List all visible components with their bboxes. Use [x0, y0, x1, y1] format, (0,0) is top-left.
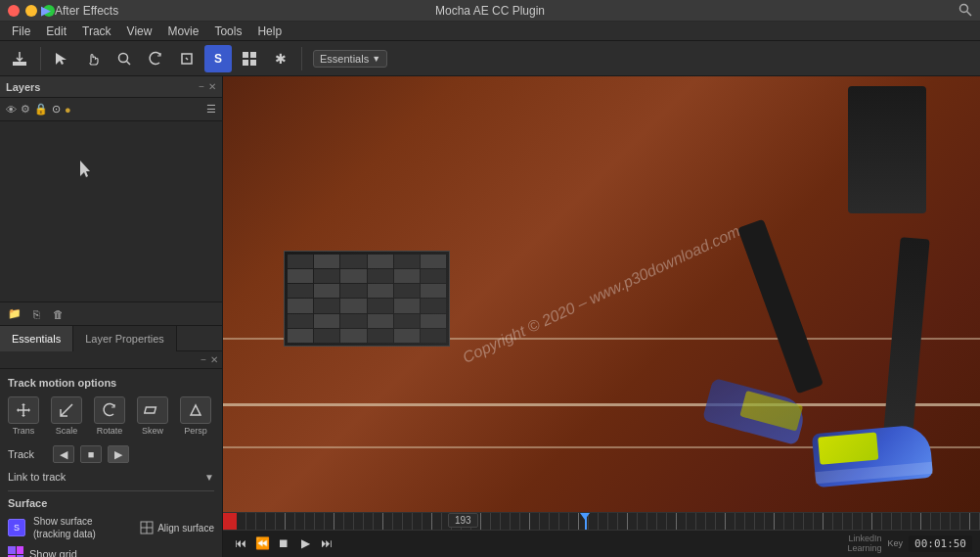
workspace-dropdown-icon: ▼: [372, 54, 380, 64]
lane-line-2: [223, 403, 980, 406]
trans-button[interactable]: [8, 396, 39, 424]
rotate-button[interactable]: [94, 396, 125, 424]
tab-layer-properties[interactable]: Layer Properties: [73, 326, 177, 351]
menu-movie[interactable]: Movie: [159, 22, 206, 41]
main-toolbar: S ✱ Essentials ▼: [0, 41, 980, 76]
track-rotate-item: Rotate: [94, 396, 125, 436]
align-surface-button[interactable]: Align surface: [140, 521, 214, 534]
grid-icon[interactable]: [8, 546, 23, 557]
svg-rect-10: [243, 60, 248, 66]
layers-close-button[interactable]: ✕: [208, 81, 216, 92]
layers-panel-title: Layers: [6, 81, 40, 93]
play-button[interactable]: ▶: [295, 534, 315, 553]
menu-view[interactable]: View: [119, 22, 160, 41]
main-layout: Layers − ✕ 👁 ⚙ 🔒 ⊙ ● ☰: [0, 76, 980, 557]
menu-help[interactable]: Help: [249, 22, 290, 41]
grid-button[interactable]: [236, 45, 263, 72]
tabs-bar: Essentials Layer Properties: [0, 326, 222, 351]
runner-shoe-left: [812, 424, 933, 487]
mocha-s-button[interactable]: S: [204, 45, 232, 72]
divider: [8, 490, 214, 491]
close-button[interactable]: [8, 5, 20, 17]
timeline-playhead[interactable]: [585, 513, 587, 530]
menu-tools[interactable]: Tools: [206, 22, 249, 41]
layers-menu-icon[interactable]: ☰: [206, 103, 216, 116]
app-name: After Effects: [55, 4, 118, 18]
step-back-button[interactable]: ⏪: [252, 534, 272, 553]
search-icon[interactable]: [958, 3, 972, 19]
track-persp-item: Persp: [180, 396, 211, 436]
layers-panel: Layers − ✕ 👁 ⚙ 🔒 ⊙ ● ☰: [0, 76, 222, 302]
svg-rect-3: [13, 64, 26, 66]
arrow-tool-button[interactable]: [48, 45, 75, 72]
track-stop-button[interactable]: ■: [80, 445, 102, 463]
stop-button[interactable]: ⏹: [274, 534, 293, 553]
menu-file[interactable]: File: [4, 22, 38, 41]
track-back-button[interactable]: ◀: [53, 445, 74, 463]
svg-line-5: [127, 61, 131, 65]
star-button[interactable]: ✱: [267, 45, 294, 72]
hand-tool-button[interactable]: [79, 45, 107, 72]
crop-tool-button[interactable]: [173, 45, 200, 72]
circle-icon[interactable]: ●: [65, 104, 71, 116]
track-skew-item: Skew: [137, 396, 168, 436]
viewport: Copyright © 2020 – www.p30download.com 1…: [223, 76, 980, 557]
copy-icon[interactable]: ⎘: [27, 305, 45, 323]
timeline-start-indicator: [223, 513, 237, 530]
scale-button[interactable]: [51, 396, 82, 424]
layers-column-toolbar: 👁 ⚙ 🔒 ⊙ ● ☰: [0, 98, 222, 121]
folder-icon[interactable]: 📁: [6, 305, 23, 323]
left-panel: Layers − ✕ 👁 ⚙ 🔒 ⊙ ● ☰: [0, 76, 223, 557]
layers-minimize-button[interactable]: −: [199, 81, 204, 92]
track-motion-icons: Trans Scale: [8, 396, 214, 436]
track-background: Copyright © 2020 – www.p30download.com: [223, 76, 980, 512]
delete-icon[interactable]: 🗑: [49, 305, 67, 323]
show-grid-label: Show grid: [29, 548, 77, 557]
skew-button[interactable]: [137, 396, 168, 424]
menubar: File Edit Track View Movie Tools Help: [0, 22, 980, 41]
workspace-label: Essentials: [320, 53, 369, 65]
persp-button[interactable]: [180, 396, 211, 424]
svg-rect-9: [250, 52, 256, 58]
runner-body: [848, 86, 926, 213]
learning-label: Learning: [847, 543, 881, 553]
lower-minimize-button[interactable]: −: [200, 354, 206, 365]
lower-close-button[interactable]: ✕: [210, 354, 218, 365]
app-icon-area: ▶ After Effects: [41, 3, 118, 18]
timeline-ruler: 193: [223, 513, 980, 531]
timeline-area: 193 ⏮ ⏪ ⏹ ▶ ⏭ LinkedIn Learning Key 00:0…: [223, 512, 980, 557]
lock-icon[interactable]: 🔒: [34, 103, 48, 116]
show-surface-row: S Show surface(tracking data) Align surf…: [8, 515, 214, 540]
export-button[interactable]: [6, 45, 33, 72]
minimize-button[interactable]: [25, 5, 37, 17]
separator-1: [40, 47, 41, 70]
gear-icon[interactable]: ⚙: [21, 103, 30, 116]
layers-panel-controls: − ✕: [199, 81, 216, 92]
link-to-track-dropdown[interactable]: ▼: [204, 472, 214, 483]
layers-content: [0, 121, 222, 302]
linkedin-area: LinkedIn Learning: [847, 534, 881, 553]
svg-rect-11: [250, 60, 256, 66]
zoom-tool-button[interactable]: [111, 45, 138, 72]
menu-edit[interactable]: Edit: [38, 22, 74, 41]
lower-left-panel: 📁 ⎘ 🗑 Essentials Layer Properties − ✕: [0, 302, 222, 557]
video-frame: Copyright © 2020 – www.p30download.com: [223, 76, 980, 512]
svg-point-0: [960, 4, 968, 12]
layers-panel-header: Layers − ✕: [0, 76, 222, 98]
watermark: Copyright © 2020 – www.p30download.com: [460, 222, 742, 367]
workspace-selector[interactable]: Essentials ▼: [313, 50, 387, 68]
goto-start-button[interactable]: ⏮: [231, 534, 250, 553]
menu-track[interactable]: Track: [74, 22, 119, 41]
show-grid-row: Show grid: [8, 546, 214, 557]
show-surface-label: Show surface(tracking data): [33, 515, 96, 540]
surface-title: Surface: [8, 497, 214, 509]
eye-icon[interactable]: 👁: [6, 104, 17, 116]
surface-icon[interactable]: S: [8, 519, 25, 536]
track-play-button[interactable]: ▶: [108, 445, 129, 463]
goto-end-button[interactable]: ⏭: [317, 534, 336, 553]
color-wheel-icon[interactable]: ⊙: [52, 103, 61, 116]
rotate-tool-button[interactable]: [142, 45, 169, 72]
tab-essentials[interactable]: Essentials: [0, 326, 73, 351]
svg-rect-8: [243, 52, 248, 58]
titlebar: ▶ After Effects Mocha AE CC Plugin: [0, 0, 980, 22]
